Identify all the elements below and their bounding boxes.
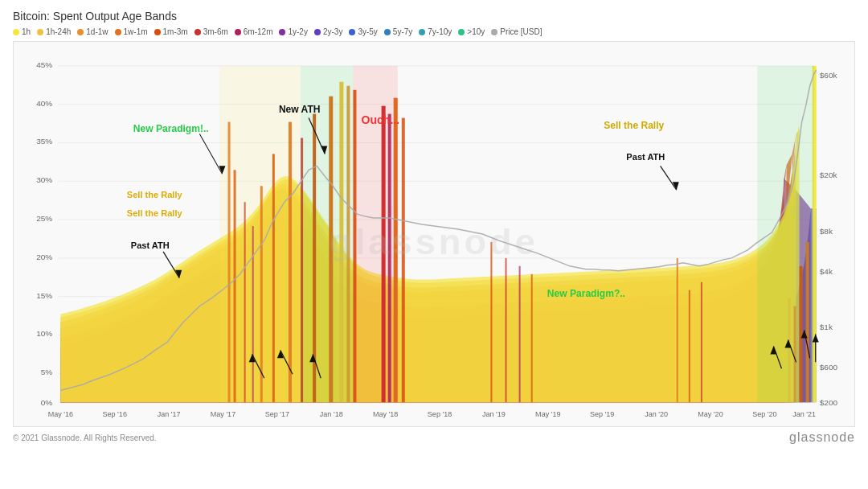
svg-text:May '19: May '19 <box>535 410 560 418</box>
legend-label: 3y-5y <box>358 27 377 36</box>
legend-label: 6m-12m <box>244 27 273 36</box>
legend-dot <box>115 29 121 35</box>
svg-text:glassnode: glassnode <box>330 221 538 262</box>
legend-label: 1h-24h <box>46 27 71 36</box>
svg-text:Past ATH: Past ATH <box>131 240 170 250</box>
svg-text:Jan '17: Jan '17 <box>158 410 181 418</box>
svg-rect-74 <box>757 66 813 402</box>
legend-dot <box>154 29 161 35</box>
svg-text:Sell the Rally: Sell the Rally <box>127 190 183 199</box>
legend-dot <box>458 29 465 35</box>
legend-item: 1h <box>13 27 31 36</box>
svg-text:$8k: $8k <box>820 227 833 236</box>
svg-rect-71 <box>219 66 301 402</box>
svg-text:$20k: $20k <box>820 171 838 179</box>
legend-label: 2y-3y <box>323 27 342 36</box>
legend-dot <box>491 29 497 35</box>
chart-title: Bitcoin: Spent Output Age Bands <box>13 10 855 23</box>
legend-label: >10y <box>467 27 485 36</box>
svg-text:Jan '21: Jan '21 <box>792 410 816 418</box>
legend-item: 3m-6m <box>194 27 228 36</box>
svg-text:Past ATH: Past ATH <box>626 152 665 162</box>
footer: © 2021 Glassnode. All Rights Reserved. g… <box>13 430 855 445</box>
svg-text:May '17: May '17 <box>211 410 235 418</box>
svg-rect-64 <box>689 290 690 402</box>
legend-item: 1d-1w <box>77 27 108 36</box>
legend-dot <box>37 29 43 35</box>
svg-text:Jan '18: Jan '18 <box>320 410 343 418</box>
legend-item: 5y-7y <box>384 27 412 36</box>
legend-label: 1m-3m <box>163 27 188 36</box>
glassnode-logo: glassnode <box>789 430 855 445</box>
svg-line-89 <box>661 166 677 190</box>
svg-text:0%: 0% <box>41 398 53 407</box>
legend-label: 7y-10y <box>428 27 452 36</box>
svg-text:Jan '19: Jan '19 <box>482 410 506 418</box>
legend-dot <box>384 29 391 35</box>
svg-text:Jan '20: Jan '20 <box>645 410 668 418</box>
legend-dot <box>77 29 84 35</box>
svg-text:20%: 20% <box>36 253 52 261</box>
legend-item: 1m-3m <box>154 27 188 36</box>
legend-label: 1h <box>22 27 31 36</box>
svg-text:$60k: $60k <box>820 71 838 80</box>
svg-text:New Paradigm!..: New Paradigm!.. <box>133 123 209 134</box>
legend-item: 1w-1m <box>115 27 148 36</box>
svg-rect-63 <box>677 258 678 402</box>
svg-text:New ATH: New ATH <box>279 104 321 115</box>
chart-container: Bitcoin: Spent Output Age Bands 1h1h-24h… <box>0 0 868 489</box>
svg-line-76 <box>199 134 222 175</box>
svg-text:$200: $200 <box>820 398 838 407</box>
svg-text:Sep '17: Sep '17 <box>265 410 289 418</box>
legend-item: 6m-12m <box>235 27 273 36</box>
svg-text:25%: 25% <box>36 214 52 223</box>
legend-item: 1y-2y <box>279 27 307 36</box>
legend-label: 3m-6m <box>203 27 228 36</box>
svg-text:30%: 30% <box>36 175 52 184</box>
svg-text:Sell the Rally: Sell the Rally <box>604 120 664 131</box>
svg-text:$600: $600 <box>820 363 838 372</box>
svg-text:$1k: $1k <box>820 323 833 332</box>
svg-text:Ouch...: Ouch... <box>361 113 399 126</box>
chart-svg: 0% 5% 10% 15% 20% 25% 30% 35% 40% 45% $2… <box>14 42 854 426</box>
legend-item: 2y-3y <box>314 27 342 36</box>
copyright: © 2021 Glassnode. All Rights Reserved. <box>13 434 157 442</box>
svg-rect-61 <box>519 266 521 402</box>
svg-text:5%: 5% <box>41 368 53 376</box>
legend-dot <box>194 29 201 35</box>
legend-item: >10y <box>458 27 485 36</box>
svg-text:Sep '16: Sep '16 <box>103 410 127 418</box>
svg-text:Sep '18: Sep '18 <box>428 410 452 418</box>
legend: 1h1h-24h1d-1w1w-1m1m-3m3m-6m6m-12m1y-2y2… <box>13 27 855 36</box>
chart-area: 0% 5% 10% 15% 20% 25% 30% 35% 40% 45% $2… <box>13 41 855 427</box>
svg-text:Sep '19: Sep '19 <box>590 410 614 418</box>
svg-text:May '18: May '18 <box>373 410 398 418</box>
svg-text:May '20: May '20 <box>698 410 723 418</box>
legend-item: 3y-5y <box>349 27 377 36</box>
legend-item: 7y-10y <box>419 27 452 36</box>
legend-dot <box>419 29 425 35</box>
svg-text:New Paradigm?..: New Paradigm?.. <box>547 288 625 299</box>
legend-item: 1h-24h <box>37 27 71 36</box>
legend-label: 5y-7y <box>393 27 412 36</box>
svg-rect-59 <box>490 242 492 402</box>
legend-label: 1d-1w <box>86 27 108 36</box>
svg-text:$4k: $4k <box>820 267 833 276</box>
legend-label: Price [USD] <box>500 27 542 36</box>
svg-text:Sep '20: Sep '20 <box>752 410 776 418</box>
svg-text:10%: 10% <box>36 330 52 339</box>
legend-item: Price [USD] <box>491 27 542 36</box>
svg-text:May '16: May '16 <box>48 410 73 418</box>
legend-label: 1y-2y <box>288 27 307 36</box>
svg-rect-65 <box>701 282 702 402</box>
svg-text:40%: 40% <box>36 99 52 108</box>
legend-dot <box>349 29 355 35</box>
svg-text:35%: 35% <box>36 138 52 146</box>
svg-rect-60 <box>506 258 507 402</box>
legend-dot <box>314 29 321 35</box>
legend-dot <box>279 29 285 35</box>
svg-text:45%: 45% <box>36 60 52 69</box>
svg-text:Sell the Rally: Sell the Rally <box>127 208 183 218</box>
legend-label: 1w-1m <box>124 27 148 36</box>
legend-dot <box>235 29 241 35</box>
